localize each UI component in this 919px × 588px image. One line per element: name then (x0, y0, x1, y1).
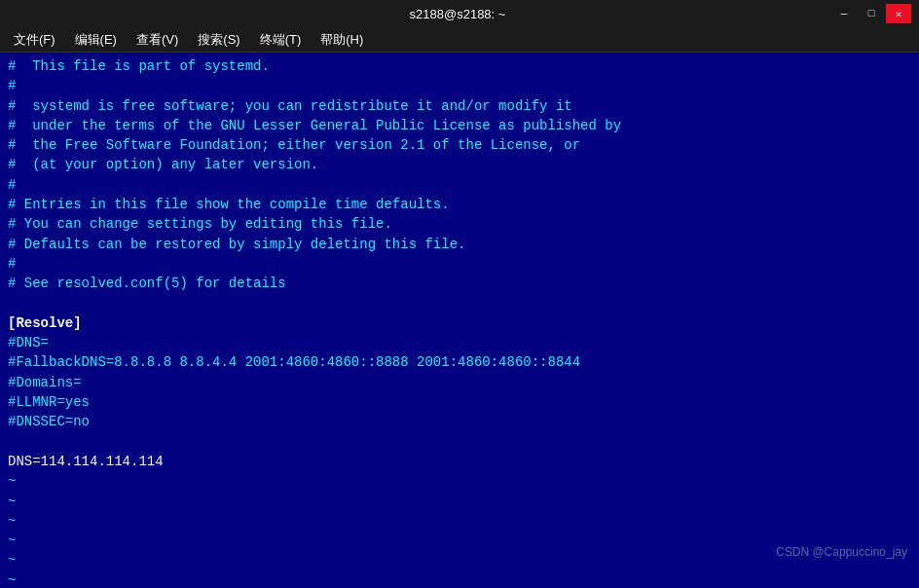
terminal-line: # (at your option) any later version. (8, 157, 318, 172)
terminal-line: #DNSSEC=no (8, 414, 90, 429)
menubar-item[interactable]: 编辑(E) (65, 29, 127, 51)
terminal: # This file is part of systemd. # # syst… (0, 53, 919, 588)
terminal-line: # This file is part of systemd. (8, 58, 270, 74)
terminal-line: #FallbackDNS=8.8.8.8 8.8.4.4 2001:4860:4… (8, 354, 580, 370)
menubar-item[interactable]: 搜索(S) (188, 29, 249, 51)
terminal-line: # systemd is free software; you can redi… (8, 98, 572, 114)
terminal-line: #LLMNR=yes (8, 394, 90, 410)
terminal-line: # Entries in this file show the compile … (8, 197, 450, 212)
terminal-line: # the Free Software Foundation; either v… (8, 137, 580, 153)
terminal-line: # See resolved.conf(5) for details (8, 276, 286, 291)
menubar-item[interactable]: 文件(F) (4, 29, 65, 51)
terminal-line: # (8, 78, 16, 93)
terminal-line: ~ (8, 513, 16, 529)
terminal-line: ~ (8, 552, 16, 568)
terminal-line: # (8, 177, 16, 193)
close-button[interactable]: ✕ (886, 4, 911, 23)
terminal-line: # You can change settings by editing thi… (8, 216, 392, 232)
terminal-line: ~ (8, 473, 16, 489)
minimize-button[interactable]: — (831, 4, 857, 23)
terminal-line: ~ (8, 572, 16, 588)
terminal-line: # (8, 256, 16, 272)
terminal-line: # under the terms of the GNU Lesser Gene… (8, 118, 621, 133)
terminal-line: DNS=114.114.114.114 (8, 454, 164, 469)
terminal-line: [Resolve] (8, 315, 82, 331)
titlebar-controls: — □ ✕ (831, 4, 911, 23)
terminal-line: # Defaults can be restored by simply del… (8, 237, 465, 252)
menubar-item[interactable]: 查看(V) (127, 29, 188, 51)
terminal-line: #DNS= (8, 335, 49, 350)
terminal-line: #Domains= (8, 375, 82, 390)
menubar-item[interactable]: 帮助(H) (311, 29, 373, 51)
terminal-line: ~ (8, 494, 16, 509)
watermark: CSDN @Cappuccino_jay (776, 545, 907, 559)
menubar-item[interactable]: 终端(T) (250, 29, 312, 51)
menubar: 文件(F)编辑(E)查看(V)搜索(S)终端(T)帮助(H) (0, 27, 919, 53)
titlebar: s2188@s2188: ~ — □ ✕ (0, 0, 919, 27)
terminal-content: # This file is part of systemd. # # syst… (8, 56, 911, 588)
terminal-line: ~ (8, 533, 16, 548)
titlebar-title: s2188@s2188: ~ (84, 7, 831, 21)
restore-button[interactable]: □ (859, 4, 884, 23)
